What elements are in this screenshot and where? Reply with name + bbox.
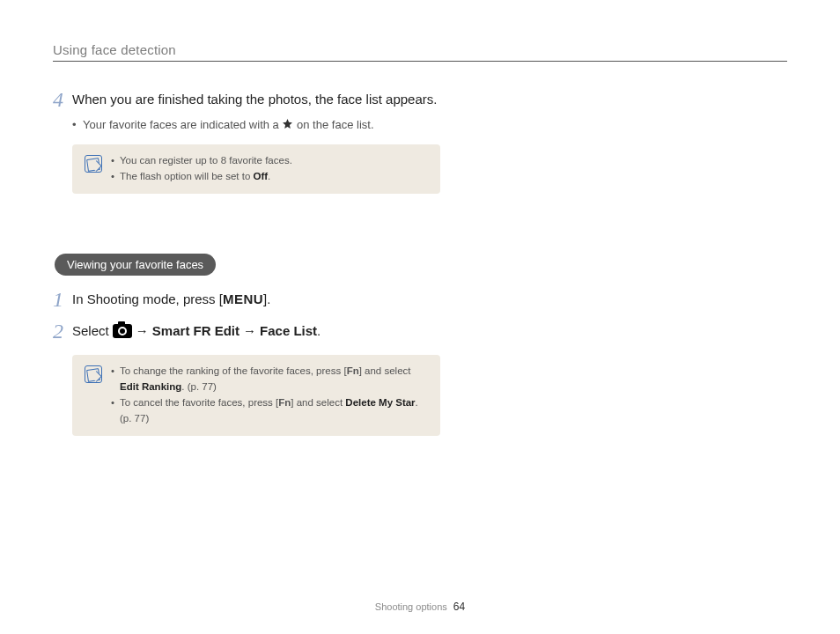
note-icon — [85, 365, 102, 383]
note-text-bold: Off — [254, 171, 269, 181]
fn-button-label: Fn — [278, 397, 291, 408]
footer-section: Shooting options — [375, 601, 447, 612]
note-item: The flash option will be set to Off. — [111, 169, 428, 185]
arrow-icon: → — [132, 323, 152, 338]
note-text-bold: Edit Ranking — [120, 381, 181, 392]
step-text: When you are finished taking the photos,… — [72, 88, 440, 109]
step-text-pre: In Shooting mode, press [ — [72, 291, 223, 306]
section-pill: Viewing your favorite faces — [55, 254, 216, 276]
step-2: 2 Select →Smart FR Edit→Face List. — [53, 320, 440, 343]
step-text: Select →Smart FR Edit→Face List. — [72, 320, 440, 341]
fn-button-label: Fn — [347, 365, 359, 376]
header-title: Using face detection — [53, 42, 787, 57]
star-icon — [282, 118, 293, 129]
note-text-bold: Delete My Star — [345, 397, 415, 408]
note-text-mid: ] and select — [359, 365, 411, 376]
step-number: 4 — [53, 88, 72, 111]
menu-button-label: MENU — [223, 291, 263, 306]
arrow-icon: → — [239, 323, 260, 338]
note-list: You can register up to 8 favorite faces.… — [111, 153, 428, 185]
step-number: 1 — [53, 288, 72, 311]
note-item: To cancel the favorite faces, press [Fn]… — [111, 395, 428, 427]
note-text-post: . — [268, 171, 270, 181]
note-item: You can register up to 8 favorite faces. — [111, 153, 428, 169]
bullet-item: Your favorite faces are indicated with a… — [72, 116, 440, 134]
page-header: Using face detection — [53, 42, 787, 62]
step-number: 2 — [53, 320, 72, 343]
menu-path-item: Smart FR Edit — [152, 323, 239, 338]
note-box-2: To change the ranking of the favorite fa… — [72, 355, 440, 435]
note-list: To change the ranking of the favorite fa… — [111, 364, 428, 426]
step-1: 1 In Shooting mode, press [MENU]. — [53, 288, 440, 311]
menu-path-item: Face List — [260, 323, 317, 338]
note-text-pre: To change the ranking of the favorite fa… — [120, 365, 347, 376]
note-text-pre: The flash option will be set to — [120, 171, 254, 181]
note-text-pre: To cancel the favorite faces, press [ — [120, 397, 278, 408]
camera-icon — [113, 324, 132, 338]
step-4: 4 When you are finished taking the photo… — [53, 88, 440, 111]
step-text-pre: Select — [72, 323, 113, 338]
content-column: 4 When you are finished taking the photo… — [53, 88, 440, 436]
bullet-text-pre: Your favorite faces are indicated with a — [83, 118, 282, 131]
step-text-post: . — [317, 323, 321, 338]
note-icon — [85, 155, 102, 173]
step-4-bullets: Your favorite faces are indicated with a… — [72, 116, 440, 134]
note-text: You can register up to 8 favorite faces. — [120, 155, 292, 166]
step-text-post: ]. — [263, 291, 270, 306]
note-text-mid: ] and select — [291, 397, 345, 408]
note-text-post: . (p. 77) — [181, 381, 217, 392]
note-item: To change the ranking of the favorite fa… — [111, 364, 428, 395]
page-footer: Shooting options 64 — [0, 601, 840, 613]
page-number: 64 — [453, 601, 465, 613]
step-text: In Shooting mode, press [MENU]. — [72, 288, 440, 309]
note-box-1: You can register up to 8 favorite faces.… — [72, 144, 440, 194]
bullet-text-post: on the face list. — [293, 118, 373, 131]
